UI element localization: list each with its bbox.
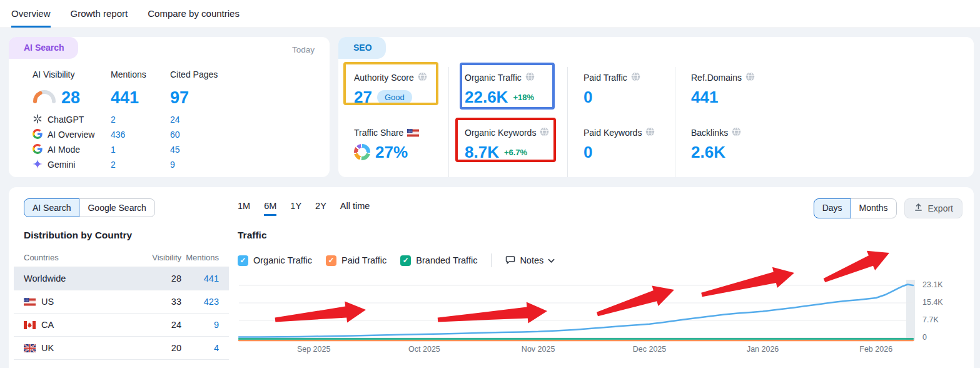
tab-growth-report[interactable]: Growth report	[71, 0, 128, 28]
table-row-uk[interactable]: UK 20 4	[14, 337, 229, 360]
traffic-chart-area[interactable]: Sep 2025Oct 2025Nov 2025Dec 2025Jan 2026…	[238, 245, 980, 368]
google-icon	[33, 144, 43, 156]
x-tick-label: Dec 2025	[622, 345, 678, 354]
col-ai-visibility: AI Visibility	[33, 69, 111, 83]
engine-row-chatgpt: ChatGPT	[33, 112, 111, 127]
metric-label: Organic Keywords	[465, 128, 536, 138]
authority-score-rating: Good	[377, 90, 412, 105]
ai-mode-mentions[interactable]: 1	[111, 142, 170, 157]
organic-traffic-value[interactable]: 22.6K	[465, 88, 508, 107]
export-label: Export	[928, 203, 953, 213]
paid-traffic-value[interactable]: 0	[583, 88, 592, 107]
us-flag-icon	[24, 298, 36, 306]
chatgpt-icon	[33, 114, 43, 126]
authority-score-value: 27	[354, 88, 372, 107]
metric-paid-keywords: Paid Keywords 0	[567, 122, 675, 177]
organic-keywords-value[interactable]: 8.7K	[465, 143, 499, 162]
export-button[interactable]: Export	[904, 198, 962, 218]
uk-flag-icon	[24, 344, 36, 352]
tab-compare-by-countries[interactable]: Compare by countries	[148, 0, 240, 28]
source-toggle: AI Search Google Search	[24, 198, 155, 217]
ai-overview-mentions[interactable]: 436	[111, 127, 170, 142]
mentions-total: 441	[111, 83, 170, 112]
range-all-time[interactable]: All time	[340, 201, 370, 216]
us-flag-icon	[407, 129, 419, 137]
traffic-share-value[interactable]: 27%	[375, 143, 408, 162]
metric-ref-domains: Ref.Domains 441	[675, 67, 755, 122]
range-1y[interactable]: 1Y	[290, 201, 301, 216]
traffic-overview-card: AI Search Google Search 1M 6M 1Y 2Y All …	[9, 187, 974, 368]
chatgpt-cited[interactable]: 24	[170, 112, 218, 127]
ai-search-badge: AI Search	[9, 37, 78, 59]
engine-label: AI Mode	[48, 145, 80, 155]
col-cited-pages: Cited Pages	[170, 69, 218, 83]
range-1m[interactable]: 1M	[238, 201, 250, 216]
globe-icon[interactable]	[732, 127, 741, 138]
metric-label: Paid Traffic	[583, 73, 627, 83]
header-visibility: Visibility	[141, 253, 181, 262]
gemini-mentions[interactable]: 2	[111, 157, 170, 172]
ai-overview-cited[interactable]: 60	[170, 127, 218, 142]
chatgpt-mentions[interactable]: 2	[111, 112, 170, 127]
granularity-months-button[interactable]: Months	[851, 198, 897, 218]
cited-pages-total: 97	[170, 83, 218, 112]
country-table-header: Countries Visibility Mentions	[14, 248, 229, 267]
y-tick-label: 15.4K	[922, 298, 943, 307]
header-countries: Countries	[24, 253, 141, 262]
engine-label: Gemini	[48, 160, 75, 170]
organic-keywords-delta: +6.7%	[504, 148, 527, 157]
table-row-worldwide[interactable]: Worldwide 28 441	[14, 267, 229, 290]
backlinks-value[interactable]: 2.6K	[691, 143, 725, 162]
traffic-share-donut-icon	[354, 144, 370, 160]
col-mentions: Mentions	[111, 69, 170, 83]
metric-traffic-share: Traffic Share 27%	[354, 122, 448, 177]
metric-label: Traffic Share	[354, 128, 403, 138]
ai-search-card: AI Search Today AI Visibility Mentions C…	[9, 37, 330, 177]
paid-keywords-value[interactable]: 0	[583, 143, 592, 162]
range-2y[interactable]: 2Y	[315, 201, 326, 216]
metric-label: Backlinks	[691, 128, 728, 138]
gemini-icon	[33, 159, 43, 171]
x-tick-label: Feb 2026	[848, 345, 904, 354]
export-icon	[914, 203, 923, 214]
metric-paid-traffic: Paid Traffic 0	[567, 67, 675, 122]
globe-icon[interactable]	[525, 72, 535, 83]
globe-icon[interactable]	[631, 72, 640, 83]
x-tick-label: Nov 2025	[510, 345, 567, 354]
metric-label: Organic Traffic	[465, 73, 522, 83]
engine-label: ChatGPT	[48, 115, 84, 125]
x-tick-label: Jan 2026	[735, 345, 791, 354]
granularity-days-button[interactable]: Days	[814, 198, 851, 218]
ref-domains-value[interactable]: 441	[691, 88, 718, 107]
top-nav: Overview Growth report Compare by countr…	[0, 0, 980, 28]
y-tick-label: 23.1K	[922, 280, 943, 289]
globe-icon[interactable]	[418, 72, 427, 83]
granularity-toggle: Days Months	[814, 198, 897, 218]
y-tick-label: 7.7K	[922, 315, 939, 324]
gauge-icon	[33, 88, 56, 108]
globe-icon[interactable]	[645, 127, 655, 138]
metric-backlinks: Backlinks 2.6K	[675, 122, 755, 177]
globe-icon[interactable]	[540, 127, 549, 138]
range-6m[interactable]: 6M	[264, 201, 276, 216]
source-google-search-button[interactable]: Google Search	[79, 198, 154, 217]
range-tabs: 1M 6M 1Y 2Y All time	[238, 201, 370, 216]
table-row-ca[interactable]: CA 24 9	[14, 314, 229, 337]
tab-overview[interactable]: Overview	[11, 0, 51, 28]
organic-traffic-delta: +18%	[513, 93, 534, 102]
engine-row-ai-mode: AI Mode	[33, 142, 111, 157]
engine-label: AI Overview	[48, 130, 94, 140]
engine-row-gemini: Gemini	[33, 157, 111, 172]
metric-organic-traffic: Organic Traffic 22.6K+18%	[448, 67, 567, 122]
table-row-us[interactable]: US 33 423	[14, 290, 229, 314]
metric-authority-score: Authority Score 27Good	[354, 67, 448, 122]
ai-mode-cited[interactable]: 45	[170, 142, 218, 157]
traffic-section-title: Traffic	[238, 230, 267, 241]
source-ai-search-button[interactable]: AI Search	[24, 198, 79, 217]
engine-row-ai-overview: AI Overview	[33, 127, 111, 142]
y-tick-label: 0	[922, 333, 927, 342]
country-section-title: Distribution by Country	[24, 230, 132, 241]
metric-label: Paid Keywords	[583, 128, 642, 138]
gemini-cited[interactable]: 9	[170, 157, 218, 172]
globe-icon[interactable]	[745, 72, 755, 83]
